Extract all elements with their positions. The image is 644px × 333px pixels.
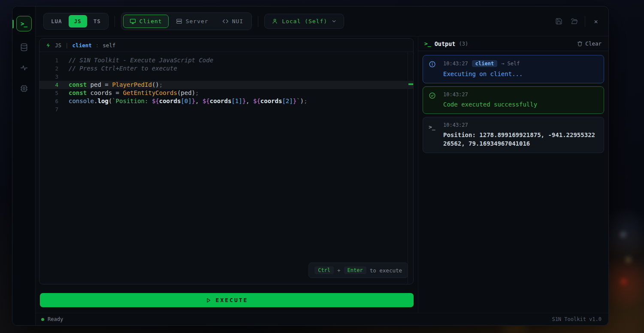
- divider: [115, 16, 115, 27]
- trash-icon: [577, 41, 583, 46]
- bolt-icon: [45, 43, 51, 48]
- status-dot: [41, 318, 44, 321]
- line-number: 4: [39, 81, 58, 89]
- code-editor[interactable]: 1// S1N Toolkit - Execute JavaScript Cod…: [39, 52, 413, 284]
- environment-tabs: Client Server NUI: [121, 12, 252, 30]
- code-line[interactable]: 4const ped = PlayerPedId();: [39, 81, 413, 89]
- context-badge: client: [472, 60, 497, 67]
- entry-icon: >_: [429, 122, 439, 148]
- hint-plus: +: [337, 267, 341, 274]
- code-text: console.log(`Position: ${coords[0]}, ${c…: [69, 97, 307, 105]
- tab-server[interactable]: Server: [169, 15, 215, 28]
- open-folder-icon[interactable]: [569, 17, 579, 26]
- tab-js[interactable]: JS: [69, 15, 87, 27]
- tab-client[interactable]: Client: [123, 15, 169, 28]
- line-number: 1: [39, 56, 58, 64]
- terminal-prompt-icon: >_: [429, 124, 435, 130]
- entry-body: 10:43:27client→ SelfExecuting on client.…: [443, 60, 598, 78]
- close-icon[interactable]: ✕: [591, 17, 601, 26]
- toolbar-right: ✕: [554, 16, 601, 27]
- shortcut-hint: Ctrl + Enter to execute: [308, 263, 408, 278]
- timestamp: 10:43:27: [443, 122, 468, 128]
- activity-icon[interactable]: [19, 63, 29, 73]
- entry-body: 10:43:27Code executed successfully: [443, 92, 598, 109]
- code-line[interactable]: 6console.log(`Position: ${coords[0]}, ${…: [39, 97, 413, 105]
- timestamp: 10:43:27: [443, 61, 468, 67]
- editor-lang-label: JS: [55, 42, 61, 49]
- code-text: // S1N Toolkit - Execute JavaScript Code: [69, 56, 213, 64]
- code-text: const coords = GetEntityCoords(ped);: [69, 89, 199, 97]
- city-light: [502, 326, 528, 330]
- entry-message: Position: 1278.899169921875, -941.229553…: [443, 131, 598, 148]
- editor-panel: JS | client : self 1// S1N Toolkit - Exe…: [39, 38, 414, 284]
- terminal-prompt-icon: >_: [424, 40, 431, 47]
- active-line-marker: [408, 83, 413, 85]
- play-icon: [206, 297, 212, 303]
- chevron-down-icon: [331, 18, 337, 24]
- execute-button-label: EXECUTE: [216, 297, 248, 303]
- output-entry: 10:43:27Code executed successfully: [423, 86, 604, 114]
- kbd-ctrl: Ctrl: [314, 266, 334, 274]
- cpu-icon[interactable]: [19, 84, 29, 93]
- code-line[interactable]: 3: [39, 73, 413, 81]
- logo-wrap: >_: [12, 16, 35, 31]
- entry-meta: 10:43:27: [443, 122, 598, 128]
- tab-ts[interactable]: TS: [88, 15, 106, 27]
- output-panel: >_ Output (3) Clear 10:43:27client→ Self…: [418, 37, 608, 313]
- editor-scrollbar[interactable]: [408, 52, 413, 284]
- editor-target-label: self: [103, 42, 115, 49]
- active-indicator: [12, 20, 14, 28]
- tab-nui[interactable]: NUI: [216, 15, 250, 28]
- line-number: 6: [39, 97, 58, 105]
- execute-button[interactable]: EXECUTE: [40, 293, 414, 307]
- target-label: → Self: [501, 61, 520, 67]
- output-entries: 10:43:27client→ SelfExecuting on client.…: [418, 51, 608, 157]
- line-number: 7: [39, 105, 58, 113]
- sidebar: >_: [12, 6, 36, 325]
- code-line[interactable]: 5const coords = GetEntityCoords(ped);: [39, 89, 413, 97]
- status-bar: Ready S1N Toolkit v1.0: [36, 313, 608, 325]
- language-tabs: LUA JS TS: [43, 13, 109, 30]
- terminal-logo-icon[interactable]: >_: [16, 16, 32, 31]
- editor-header: JS | client : self: [39, 39, 413, 52]
- save-icon[interactable]: [554, 17, 563, 26]
- app-window: >_ LUA JS TS Cli: [12, 6, 609, 326]
- editor-column: JS | client : self 1// S1N Toolkit - Exe…: [36, 37, 418, 313]
- clear-output-button[interactable]: Clear: [577, 40, 602, 47]
- line-number: 3: [39, 73, 58, 81]
- code-text: const ped = PlayerPedId();: [69, 81, 163, 89]
- database-icon[interactable]: [19, 43, 29, 52]
- editor-context-label: client: [73, 42, 92, 49]
- city-light: [621, 233, 625, 236]
- tab-lua[interactable]: LUA: [45, 15, 68, 27]
- line-number: 2: [39, 64, 58, 73]
- status-text: Ready: [48, 316, 63, 322]
- output-header: >_ Output (3) Clear: [418, 37, 608, 51]
- entry-body: 10:43:27Position: 1278.899169921875, -94…: [443, 122, 598, 148]
- entry-message: Executing on client...: [443, 70, 598, 78]
- line-number: 5: [39, 89, 58, 97]
- output-entry: 10:43:27client→ SelfExecuting on client.…: [423, 55, 604, 83]
- output-entry: >_10:43:27Position: 1278.899169921875, -…: [423, 117, 604, 153]
- separator: |: [65, 42, 69, 49]
- content: JS | client : self 1// S1N Toolkit - Exe…: [36, 37, 608, 313]
- person-icon: [272, 18, 278, 24]
- main-area: LUA JS TS Client Server NUI: [36, 6, 608, 325]
- city-light: [626, 258, 630, 262]
- version-label: S1N Toolkit v1.0: [552, 316, 602, 322]
- tab-client-label: Client: [139, 18, 162, 24]
- code-line[interactable]: 2// Press Ctrl+Enter to execute: [39, 64, 413, 73]
- target-selector-dropdown[interactable]: Local (Self): [264, 14, 344, 29]
- toolbar: LUA JS TS Client Server NUI: [36, 6, 608, 37]
- code-line[interactable]: 1// S1N Toolkit - Execute JavaScript Cod…: [39, 56, 413, 64]
- server-icon: [176, 18, 182, 24]
- clear-label: Clear: [585, 40, 602, 47]
- tab-server-label: Server: [186, 18, 209, 24]
- code-text: // Press Ctrl+Enter to execute: [69, 64, 177, 73]
- separator: :: [96, 42, 99, 49]
- output-title: Output: [435, 40, 456, 47]
- code-line[interactable]: 7: [39, 105, 413, 113]
- output-count: (3): [459, 41, 468, 47]
- divider: [258, 16, 258, 27]
- entry-meta: 10:43:27: [443, 92, 598, 98]
